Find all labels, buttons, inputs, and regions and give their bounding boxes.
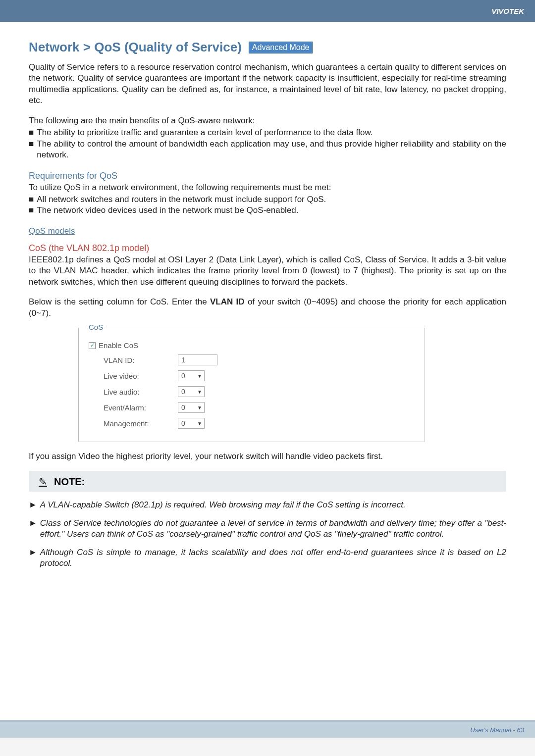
cos-paragraph: IEEE802.1p defines a QoS model at OSI La… [29,254,506,288]
enable-cos-checkbox[interactable]: ✓ [89,342,96,349]
cos-settings-pre: Below is the setting column for CoS. Ent… [29,297,210,306]
req-item: ■ All network switches and routers in th… [29,194,506,205]
benefit-item: ■ The ability to prioritize traffic and … [29,127,506,138]
arrow-bullet-icon: ► [29,518,37,540]
live-audio-label: Live audio: [89,388,178,396]
cos-settings-lead: Below is the setting column for CoS. Ent… [29,297,506,319]
arrow-bullet-icon: ► [29,547,37,569]
header-bar: VIVOTEK [0,0,535,22]
vlan-id-label: VLAN ID: [89,356,178,364]
event-alarm-row: Event/Alarm: 0 ▼ [89,402,415,413]
live-video-select[interactable]: 0 ▼ [178,370,205,381]
event-alarm-label: Event/Alarm: [89,403,178,412]
header-brand: VIVOTEK [491,0,535,15]
advanced-mode-badge: Advanced Mode [249,42,313,53]
req-text: All network switches and routers in the … [37,194,506,205]
live-audio-value: 0 [181,388,185,396]
footer-bar: User's Manual - 63 [0,720,535,738]
qos-models-heading: QoS models [29,226,506,236]
enable-cos-label: Enable CoS [99,341,138,350]
note-heading-box: ✎ NOTE: [29,471,506,492]
page-title: Network > QoS (Quality of Service) [29,40,242,55]
note-text: Although CoS is simple to manage, it lac… [40,547,506,569]
note-heading: NOTE: [54,476,85,488]
management-row: Management: 0 ▼ [89,418,415,429]
note-text: Class of Service technologies do not gua… [40,518,506,540]
benefits-lead: The following are the main benefits of a… [29,115,506,126]
benefits-list: ■ The ability to prioritize traffic and … [29,127,506,160]
enable-cos-row: ✓ Enable CoS [89,341,415,350]
pencil-icon: ✎ [39,476,47,488]
arrow-bullet-icon: ► [29,500,37,510]
chevron-down-icon: ▼ [197,405,202,410]
after-cos-text: If you assign Video the highest priority… [29,451,506,462]
requirements-heading: Requirements for QoS [29,171,506,181]
live-audio-select[interactable]: 0 ▼ [178,386,205,397]
event-alarm-select[interactable]: 0 ▼ [178,402,205,413]
square-bullet-icon: ■ [29,205,34,216]
vlan-id-input[interactable]: 1 [178,354,217,365]
cos-fieldset: CoS ✓ Enable CoS VLAN ID: 1 Live video: … [78,328,425,442]
cos-legend: CoS [86,323,106,331]
footer-text: User's Manual - 63 [470,726,535,734]
live-video-label: Live video: [89,372,178,380]
requirements-list: ■ All network switches and routers in th… [29,194,506,216]
note-item: ► Although CoS is simple to manage, it l… [29,547,506,569]
square-bullet-icon: ■ [29,194,34,205]
title-line: Network > QoS (Quality of Service) Advan… [29,40,506,55]
management-value: 0 [181,419,185,427]
square-bullet-icon: ■ [29,127,34,138]
req-text: The network video devices used in the ne… [37,205,506,216]
benefit-text: The ability to prioritize traffic and gu… [37,127,506,138]
live-audio-row: Live audio: 0 ▼ [89,386,415,397]
page-content: Network > QoS (Quality of Service) Advan… [0,22,535,720]
note-item: ► Class of Service technologies do not g… [29,518,506,540]
note-text: A VLAN-capable Switch (802.1p) is requir… [40,500,506,510]
management-label: Management: [89,419,178,428]
benefit-text: The ability to control the amount of ban… [37,139,506,161]
vlan-id-row: VLAN ID: 1 [89,354,415,365]
cos-heading: CoS (the VLAN 802.1p model) [29,243,506,253]
live-video-value: 0 [181,372,185,380]
req-item: ■ The network video devices used in the … [29,205,506,216]
management-select[interactable]: 0 ▼ [178,418,205,429]
vlan-id-bold: VLAN ID [210,297,245,306]
chevron-down-icon: ▼ [197,373,202,379]
chevron-down-icon: ▼ [197,389,202,395]
note-item: ► A VLAN-capable Switch (802.1p) is requ… [29,500,506,510]
live-video-row: Live video: 0 ▼ [89,370,415,381]
requirements-lead: To utilize QoS in a network environment,… [29,182,506,193]
chevron-down-icon: ▼ [197,421,202,426]
event-alarm-value: 0 [181,403,185,411]
intro-paragraph: Quality of Service refers to a resource … [29,62,506,106]
square-bullet-icon: ■ [29,139,34,161]
benefit-item: ■ The ability to control the amount of b… [29,139,506,161]
